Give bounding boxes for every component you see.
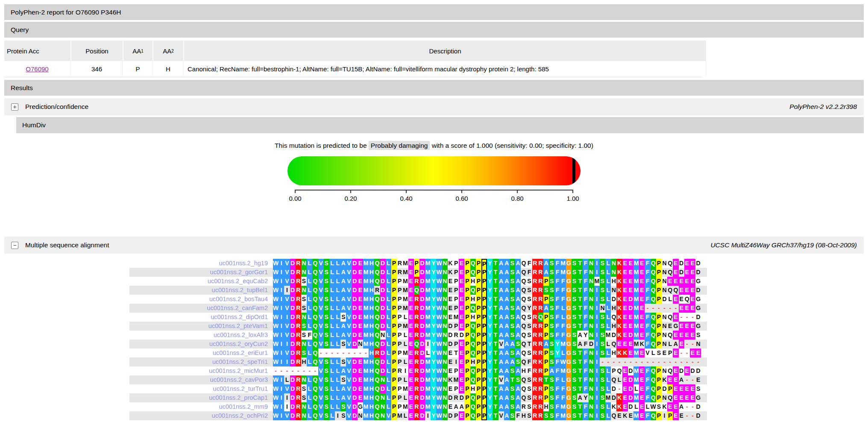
msa-residue: N xyxy=(662,393,667,402)
msa-residue: E xyxy=(684,393,690,402)
msa-row-label[interactable]: uc001nss.2_loxAfr3 xyxy=(129,331,273,340)
msa-row-label[interactable]: uc001nss.2_bosTau4 xyxy=(129,295,273,304)
msa-residue: R xyxy=(296,393,301,402)
msa-residue: Q xyxy=(312,375,318,384)
msa-residue: R xyxy=(296,268,301,277)
msa-residue: A xyxy=(515,402,521,411)
msa-residue: L xyxy=(386,313,391,322)
msa-row-label[interactable]: uc001nss.2_dipOrd1 xyxy=(129,313,273,322)
msa-residue: E xyxy=(622,366,628,375)
msa-residue: S xyxy=(600,268,605,277)
axis-tick xyxy=(406,190,407,193)
msa-residue: Q xyxy=(521,295,526,304)
msa-residue: D xyxy=(628,393,633,402)
msa-residue: L xyxy=(307,304,312,313)
msa-residue: T xyxy=(493,295,498,304)
msa-residue: P xyxy=(397,322,402,331)
msa-row-sequence: WIVDRSLQVSLLAVDEMHQDLPPMERDMYWNEPEPHPPYT… xyxy=(273,277,701,286)
msa-residue: V xyxy=(284,277,290,286)
msa-residue: A xyxy=(504,349,510,358)
msa-residue: A xyxy=(543,304,549,313)
msa-residue: S xyxy=(510,304,515,313)
msa-residue: E xyxy=(448,286,453,295)
msa-residue: D xyxy=(380,358,386,366)
collapse-icon[interactable]: − xyxy=(11,242,18,249)
msa-residue: P xyxy=(391,366,397,375)
msa-residue: M xyxy=(363,295,369,304)
msa-row: uc001nss.2_equCab2WIVDRSLQVSLLAVDEMHQDLP… xyxy=(129,277,707,286)
msa-row-label[interactable]: uc001nss.2_turTru1 xyxy=(129,384,273,393)
protein-acc-link[interactable]: O76090 xyxy=(26,65,48,73)
msa-residue: L xyxy=(307,340,312,349)
msa-residue: N xyxy=(589,268,594,277)
msa-row-label[interactable]: uc001nss.2_canFam2 xyxy=(129,304,273,313)
msa-residue: L xyxy=(335,358,340,366)
msa-residue: A xyxy=(499,286,504,295)
msa-row-label[interactable]: uc001nss.2_equCab2 xyxy=(129,277,273,286)
msa-residue: L xyxy=(307,411,312,420)
msa-residue: R xyxy=(296,402,301,411)
msa-residue: P xyxy=(464,366,470,375)
msa-row-label[interactable]: uc001nss.2_pteVam1 xyxy=(129,322,273,331)
msa-row-sequence: WIIDRSLQVSLLAVDEMHQNLPPLERDMYWNDRDPQPPYT… xyxy=(273,393,701,402)
msa-residue: V xyxy=(645,349,650,358)
msa-residue: V xyxy=(318,375,324,384)
msa-residue: P xyxy=(464,268,470,277)
msa-residue: - xyxy=(340,349,346,358)
msa-residue: F xyxy=(526,358,532,366)
msa-residue: F xyxy=(554,322,560,331)
msa-residue: L xyxy=(386,304,391,313)
msa-residue: P xyxy=(543,331,549,340)
msa-residue: L xyxy=(329,259,335,268)
msa-residue: V xyxy=(346,384,352,393)
msa-residue: F xyxy=(645,295,650,304)
msa-residue: A xyxy=(515,259,521,268)
msa-row: uc001nss.2_gorGor1WIVDRNLQVSLLAVDEMHQDLP… xyxy=(129,268,707,277)
msa-residue: D xyxy=(611,384,616,393)
msa-row-label[interactable]: uc001nss.2_tupBel1 xyxy=(129,286,273,295)
msa-residue: N xyxy=(662,313,667,322)
msa-row-label[interactable]: uc001nss.2_ochPri2 xyxy=(129,411,273,420)
msa-row-label[interactable]: uc001nss.2_cavPor3 xyxy=(129,375,273,384)
expand-icon[interactable]: + xyxy=(11,103,18,111)
msa-row-label[interactable]: uc001nss.2_proCap1 xyxy=(129,393,273,402)
msa-residue: S xyxy=(324,375,329,384)
msa-residue: D xyxy=(290,349,296,358)
msa-row-label[interactable]: uc001nss.2_mm9 xyxy=(129,402,273,411)
msa-residue: N xyxy=(442,411,448,420)
msa-residue: S xyxy=(526,313,532,322)
msa-row: uc001nss.2_mm9WIIDRNLQVSLLSVDGMHQNLPPMER… xyxy=(129,402,707,411)
msa-residue: T xyxy=(493,384,498,393)
msa-row-label[interactable]: uc001nss.2_eriEur1 xyxy=(129,349,273,358)
axis-tick-label: 1.00 xyxy=(566,195,579,202)
msa-row-label[interactable]: uc001nss.2_speTri1 xyxy=(129,358,273,366)
msa-residue: Q xyxy=(374,384,380,393)
msa-residue: P xyxy=(464,411,470,420)
msa-residue: D xyxy=(290,358,296,366)
msa-residue: F xyxy=(645,313,650,322)
msa-residue: P xyxy=(656,322,662,331)
msa-residue: E xyxy=(358,322,363,331)
msa-residue: M xyxy=(425,331,431,340)
msa-row: uc001nss.2_proCap1WIIDRSLQVSLLAVDEMHQNLP… xyxy=(129,393,707,402)
msa-residue: H xyxy=(470,384,476,393)
msa-residue: E xyxy=(673,349,678,358)
msa-residue: W xyxy=(436,304,442,313)
msa-residue: M xyxy=(363,411,369,420)
msa-residue: M xyxy=(560,402,566,411)
axis-tick-label: 0.80 xyxy=(511,195,523,202)
msa-residue: P xyxy=(481,384,487,393)
msa-row-label[interactable]: uc001nss.2_oryCun2 xyxy=(129,340,273,349)
msa-row-label[interactable]: uc001nss.2_micMur1 xyxy=(129,366,273,375)
msa-row-label[interactable]: uc001nss.2_hg19 xyxy=(129,259,273,268)
msa-residue: E xyxy=(679,340,684,349)
msa-residue: E xyxy=(673,366,678,375)
msa-residue: Y xyxy=(487,384,493,393)
msa-residue: M xyxy=(363,384,369,393)
msa-residue: P xyxy=(391,304,397,313)
msa-residue: Q xyxy=(521,259,526,268)
msa-residue: M xyxy=(402,304,408,313)
msa-residue: E xyxy=(690,393,695,402)
msa-residue: Q xyxy=(312,277,318,286)
msa-row-label[interactable]: uc001nss.2_gorGor1 xyxy=(129,268,273,277)
